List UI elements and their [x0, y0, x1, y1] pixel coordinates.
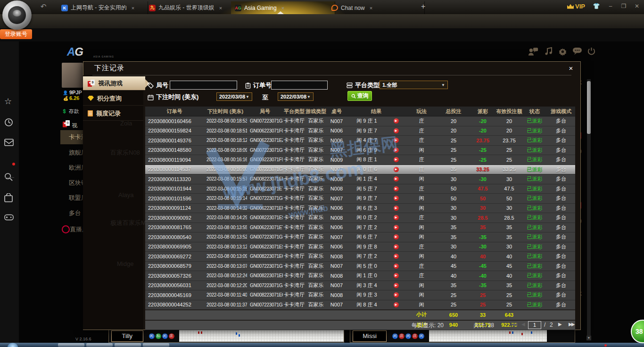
table-row[interactable]: 2203080001019442022-03-08 00:15:15GN0082…: [145, 184, 575, 194]
table-row[interactable]: 2203080000900922022-03-08 00:14:29GN0082…: [145, 213, 575, 223]
table-row[interactable]: 2203080000442522022-03-08 00:11:37GN0072…: [145, 300, 575, 310]
browser-tab[interactable]: 九九品娱乐 - 世界顶级娱×: [145, 1, 239, 14]
table-row[interactable]: 2203080000817652022-03-08 00:13:55GN0062…: [145, 223, 575, 233]
baccarat-table-panel-right[interactable]: Missi 闲庄闲庄闲: [350, 329, 575, 343]
login-account-button[interactable]: 登录账号: [0, 29, 32, 39]
tab-close-icon[interactable]: ×: [219, 5, 222, 11]
replay-play-icon[interactable]: ▶: [394, 176, 399, 182]
table-row[interactable]: 2203080001493762022-03-08 00:18:12GN0062…: [145, 136, 575, 146]
table-row[interactable]: 2203080001190942022-03-08 00:16:16GN0092…: [145, 155, 575, 165]
skin-button[interactable]: 👕: [591, 3, 602, 9]
replay-play-icon[interactable]: ▶: [394, 157, 399, 162]
dialog-close-button[interactable]: ×: [567, 64, 575, 72]
replay-play-icon[interactable]: ▶: [394, 292, 399, 297]
shopping-bag-icon[interactable]: [4, 193, 13, 202]
query-button[interactable]: 查询: [347, 91, 372, 101]
replay-play-icon[interactable]: ▶: [394, 167, 399, 172]
tab-close-icon[interactable]: ×: [132, 5, 134, 11]
nav-back-arrow-icon[interactable]: ↷: [41, 2, 47, 11]
deposit-label[interactable]: 存款: [69, 108, 79, 115]
lobby-menu-item[interactable]: 卡卡湾厅: [69, 133, 83, 141]
replay-play-icon[interactable]: ▶: [394, 128, 399, 133]
browser-tab[interactable]: K上网导航 - 安全实用的×: [58, 1, 148, 14]
chat-bubble-icon[interactable]: [572, 47, 582, 57]
table-row[interactable]: 2203080000805402022-03-08 00:13:52GN0072…: [145, 232, 575, 242]
vip-button[interactable]: VIP: [567, 3, 585, 10]
table-row[interactable]: 2203080000451692022-03-08 00:11:40GN0082…: [145, 290, 575, 300]
close-window-button[interactable]: ✕: [632, 3, 642, 9]
replay-play-icon[interactable]: ▶: [394, 138, 399, 143]
replay-play-icon[interactable]: ▶: [394, 234, 399, 240]
next-page-button[interactable]: ▶: [558, 322, 561, 327]
first-page-button[interactable]: ◀◀: [511, 322, 516, 327]
customer-service-icon[interactable]: [528, 47, 538, 58]
replay-play-icon[interactable]: ▶: [394, 225, 399, 230]
date-from-select[interactable]: 2022/03/08▼: [216, 92, 252, 101]
replay-play-icon[interactable]: ▶: [394, 244, 399, 249]
table-row[interactable]: 2203080000692722022-03-08 00:13:09GN0082…: [145, 252, 575, 262]
prev-page-button[interactable]: ◀: [521, 322, 524, 327]
table-row[interactable]: 2203080001485802022-03-08 00:18:09GN0072…: [145, 146, 575, 156]
replay-play-icon[interactable]: ▶: [394, 215, 399, 220]
lobby-menu-item[interactable]: 直播厅: [70, 225, 84, 234]
music-icon[interactable]: [545, 47, 553, 58]
history-clock-icon[interactable]: [4, 118, 13, 127]
table-row[interactable]: 2203080001133202022-03-08 00:15:57GN0082…: [145, 174, 575, 184]
table-row[interactable]: 2203080001145372022-03-08 00:16:00GN0072…: [145, 165, 575, 175]
video-game-tab-fragment[interactable]: ♥9 视: [63, 120, 77, 130]
taskbar-app-4[interactable]: [143, 343, 169, 347]
lobby-menu-item[interactable]: 区块链: [69, 179, 83, 187]
last-page-button[interactable]: ▶▶: [569, 322, 574, 327]
page-scrollbar-thumb[interactable]: [587, 81, 591, 134]
taskbar-app-3[interactable]: [115, 343, 141, 347]
table-row[interactable]: 2203080000560312022-03-08 00:12:20GN0072…: [145, 281, 575, 291]
replay-play-icon[interactable]: ▶: [394, 254, 399, 259]
table-row[interactable]: 2203080000573262022-03-08 00:12:24GN0082…: [145, 271, 575, 281]
restore-button[interactable]: ❐: [619, 3, 629, 9]
taskbar-app-2[interactable]: [86, 343, 113, 347]
power-logout-icon[interactable]: [587, 47, 595, 57]
taskbar-app-1[interactable]: [58, 343, 84, 347]
table-row[interactable]: 2203080001604562022-03-08 00:18:53GN0072…: [145, 116, 575, 126]
browser-tab[interactable]: Chat now×: [328, 1, 425, 14]
cell-game-type: 百家乐: [305, 243, 326, 250]
replay-play-icon[interactable]: ▶: [394, 264, 399, 269]
per-page-label[interactable]: 每页显示: 20: [412, 322, 444, 330]
dialog-menu-video-games[interactable]: ♥9视讯游戏: [83, 76, 145, 91]
page-scrollbar-down-arrow[interactable]: ▼: [586, 336, 591, 340]
tab-close-icon[interactable]: ×: [370, 5, 372, 11]
games-gamepad-icon[interactable]: [4, 214, 14, 221]
order-no-input[interactable]: [271, 81, 328, 90]
dialog-menu-credit-records[interactable]: 额度记录: [83, 107, 143, 121]
favorites-star-icon[interactable]: ☆: [4, 96, 12, 107]
page-number-input[interactable]: 1: [528, 321, 541, 329]
lobby-menu-item[interactable]: 欧洲厅: [69, 164, 83, 172]
platform-type-select[interactable]: 1.全部▼: [380, 81, 448, 89]
table-row[interactable]: 2203080000911242022-03-08 00:14:32GN0062…: [145, 204, 575, 214]
replay-play-icon[interactable]: ▶: [394, 148, 399, 153]
replay-play-icon[interactable]: ▶: [394, 283, 399, 288]
round-no-input[interactable]: [170, 81, 237, 90]
tab-close-icon[interactable]: ×: [281, 5, 284, 11]
browser-logo-leopard-ball[interactable]: [2, 0, 32, 30]
new-tab-button[interactable]: +: [421, 2, 425, 11]
lobby-menu-item[interactable]: 旗舰厅: [69, 149, 83, 157]
table-row[interactable]: 2203080001598242022-03-08 00:18:51GN0062…: [145, 126, 575, 136]
table-row[interactable]: 2203080000699052022-03-08 00:13:12GN0062…: [145, 242, 575, 252]
dialog-menu-points-query[interactable]: 积分查询: [83, 91, 143, 106]
settings-gear-icon[interactable]: [558, 47, 567, 58]
replay-play-icon[interactable]: ▶: [394, 206, 399, 211]
lobby-menu-item[interactable]: 多台: [69, 209, 83, 217]
date-to-select[interactable]: 2022/03/08▼: [278, 92, 314, 101]
minimize-button[interactable]: –: [605, 3, 616, 9]
mail-icon[interactable]: [4, 139, 14, 146]
baccarat-table-panel-left[interactable]: Tilly 闲和闲庄: [108, 329, 344, 343]
replay-play-icon[interactable]: ▶: [394, 196, 399, 201]
replay-play-icon[interactable]: ▶: [394, 302, 399, 307]
table-row[interactable]: 2203080001015962022-03-08 00:15:14GN0072…: [145, 194, 575, 204]
table-row[interactable]: 2203080000685792022-03-08 00:13:07GN0072…: [145, 262, 575, 272]
replay-play-icon[interactable]: ▶: [394, 273, 399, 278]
replay-play-icon[interactable]: ▶: [394, 118, 399, 124]
lobby-menu-item[interactable]: 联盟厅: [69, 194, 83, 202]
replay-play-icon[interactable]: ▶: [394, 186, 399, 191]
